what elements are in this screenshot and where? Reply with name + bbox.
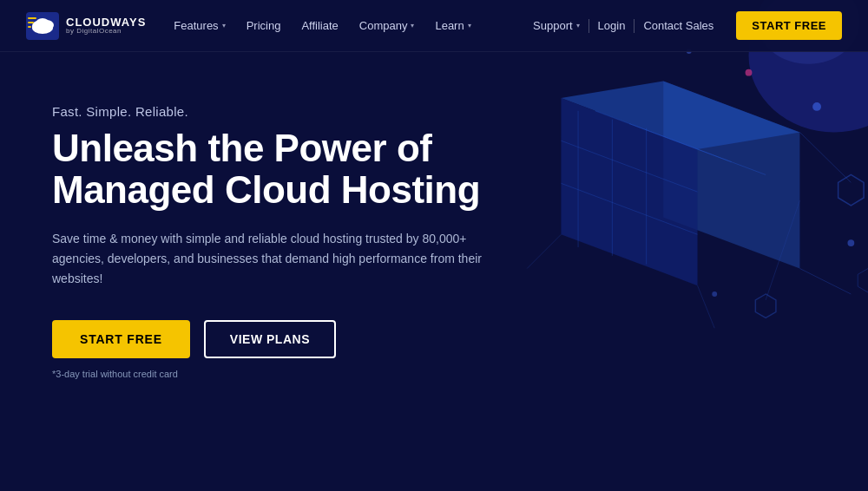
- chevron-down-icon: ▾: [576, 22, 580, 29]
- nav-left: CLOUDWAYS by DigitalOcean Features ▾ Pri…: [26, 12, 471, 40]
- hero-title-line1: Unleash the Power of: [52, 127, 431, 169]
- nav-features[interactable]: Features ▾: [174, 19, 225, 32]
- logo-icon: [26, 12, 59, 40]
- svg-line-6: [629, 124, 766, 175]
- nav-start-free-button[interactable]: START FREE: [736, 11, 842, 40]
- nav-company[interactable]: Company ▾: [359, 19, 415, 32]
- logo-text: CLOUDWAYS by DigitalOcean: [66, 16, 146, 35]
- svg-marker-12: [838, 174, 864, 205]
- hero-tagline: Fast. Simple. Reliable.: [52, 104, 486, 119]
- nav-login[interactable]: Login: [589, 19, 635, 32]
- svg-marker-13: [755, 294, 776, 318]
- logo[interactable]: CLOUDWAYS by DigitalOcean: [26, 12, 146, 40]
- hero-start-free-button[interactable]: START FREE: [52, 320, 190, 358]
- nav-links: Features ▾ Pricing Affiliate Company ▾ L…: [174, 19, 470, 32]
- svg-point-17: [812, 102, 821, 111]
- hero-view-plans-button[interactable]: VIEW PLANS: [204, 320, 336, 358]
- svg-marker-14: [858, 269, 868, 293]
- chevron-down-icon: ▾: [411, 22, 414, 29]
- svg-line-8: [561, 183, 697, 234]
- svg-line-23: [698, 285, 715, 328]
- hero-title: Unleash the Power of Managed Cloud Hosti…: [52, 128, 486, 212]
- svg-point-18: [746, 69, 753, 76]
- navbar: CLOUDWAYS by DigitalOcean Features ▾ Pri…: [0, 0, 868, 52]
- svg-line-21: [799, 269, 851, 294]
- hero-buttons: START FREE VIEW PLANS: [52, 320, 486, 358]
- svg-marker-4: [561, 98, 697, 285]
- hero-description: Save time & money with simple and reliab…: [52, 229, 486, 289]
- chevron-down-icon: ▾: [468, 22, 471, 29]
- nav-support[interactable]: Support ▾: [524, 19, 589, 32]
- trial-note: *3-day trial without credit card: [52, 369, 486, 379]
- hero-title-line2: Managed Cloud Hosting: [52, 168, 480, 211]
- svg-marker-3: [561, 81, 799, 149]
- brand-sub: by DigitalOcean: [66, 28, 146, 35]
- svg-line-7: [561, 141, 697, 192]
- nav-right: Support ▾ Login Contact Sales START FREE: [524, 11, 842, 40]
- svg-line-22: [527, 234, 561, 268]
- svg-rect-37: [28, 26, 31, 28]
- nav-pricing[interactable]: Pricing: [247, 19, 281, 32]
- svg-rect-36: [28, 22, 34, 23]
- svg-line-15: [799, 132, 851, 182]
- svg-line-5: [595, 111, 732, 162]
- svg-point-20: [712, 291, 717, 297]
- nav-affiliate[interactable]: Affiliate: [301, 19, 338, 32]
- svg-rect-35: [28, 17, 36, 19]
- nav-right-links: Support ▾ Login Contact Sales: [524, 19, 722, 33]
- svg-line-16: [766, 200, 799, 300]
- svg-point-34: [36, 18, 49, 29]
- hero-section: Fast. Simple. Reliable. Unleash the Powe…: [0, 52, 521, 414]
- chevron-down-icon: ▾: [222, 22, 226, 29]
- nav-learn[interactable]: Learn ▾: [435, 19, 470, 32]
- svg-point-19: [847, 239, 854, 246]
- nav-contact-sales[interactable]: Contact Sales: [635, 19, 722, 32]
- svg-marker-2: [663, 81, 799, 268]
